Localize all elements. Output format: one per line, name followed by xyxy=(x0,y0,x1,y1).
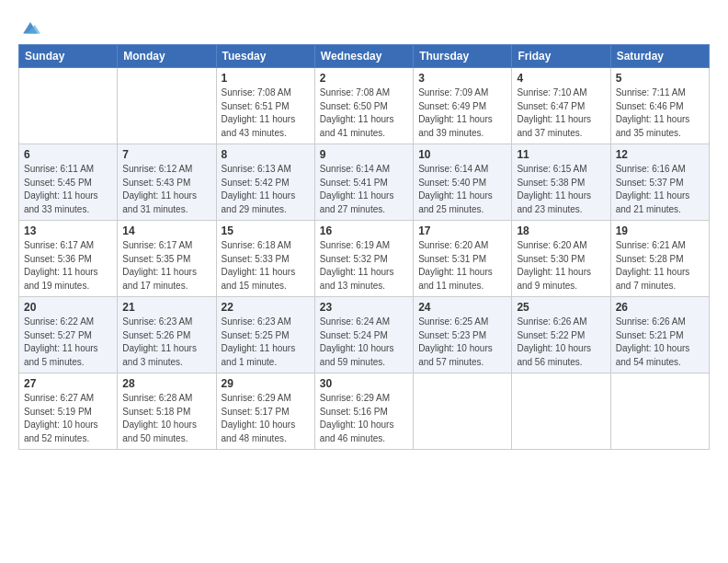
day-info: Sunrise: 7:11 AM Sunset: 6:46 PM Dayligh… xyxy=(616,86,704,140)
day-header-tuesday: Tuesday xyxy=(216,45,314,68)
day-number: 24 xyxy=(418,301,506,314)
day-header-sunday: Sunday xyxy=(19,45,118,68)
day-info: Sunrise: 7:08 AM Sunset: 6:50 PM Dayligh… xyxy=(320,86,408,140)
calendar-cell: 3Sunrise: 7:09 AM Sunset: 6:49 PM Daylig… xyxy=(414,68,512,144)
calendar-cell: 1Sunrise: 7:08 AM Sunset: 6:51 PM Daylig… xyxy=(216,68,314,144)
day-number: 4 xyxy=(517,72,605,85)
week-row-2: 6Sunrise: 6:11 AM Sunset: 5:45 PM Daylig… xyxy=(19,144,710,221)
logo xyxy=(18,18,40,39)
day-info: Sunrise: 6:29 AM Sunset: 5:16 PM Dayligh… xyxy=(320,392,408,445)
day-info: Sunrise: 6:27 AM Sunset: 5:19 PM Dayligh… xyxy=(24,392,112,445)
calendar-cell: 5Sunrise: 7:11 AM Sunset: 6:46 PM Daylig… xyxy=(610,68,709,144)
day-number: 28 xyxy=(122,377,210,390)
day-number: 14 xyxy=(122,224,210,237)
calendar-cell: 26Sunrise: 6:26 AM Sunset: 5:21 PM Dayli… xyxy=(610,297,709,373)
day-number: 16 xyxy=(320,224,408,237)
calendar-cell: 24Sunrise: 6:25 AM Sunset: 5:23 PM Dayli… xyxy=(414,297,512,373)
logo-icon xyxy=(20,18,40,39)
day-info: Sunrise: 6:13 AM Sunset: 5:42 PM Dayligh… xyxy=(222,163,310,216)
day-info: Sunrise: 6:15 AM Sunset: 5:38 PM Dayligh… xyxy=(517,163,605,216)
calendar-cell: 12Sunrise: 6:16 AM Sunset: 5:37 PM Dayli… xyxy=(610,144,709,221)
calendar-cell: 9Sunrise: 6:14 AM Sunset: 5:41 PM Daylig… xyxy=(314,144,413,221)
day-number: 21 xyxy=(122,301,210,314)
calendar-cell xyxy=(512,373,610,450)
day-info: Sunrise: 7:10 AM Sunset: 6:47 PM Dayligh… xyxy=(517,86,605,140)
day-header-saturday: Saturday xyxy=(610,45,709,68)
calendar-cell: 22Sunrise: 6:23 AM Sunset: 5:25 PM Dayli… xyxy=(216,297,314,373)
calendar-cell: 17Sunrise: 6:20 AM Sunset: 5:31 PM Dayli… xyxy=(414,221,512,297)
day-info: Sunrise: 6:23 AM Sunset: 5:26 PM Dayligh… xyxy=(122,316,210,369)
day-number: 15 xyxy=(222,224,310,237)
day-info: Sunrise: 6:14 AM Sunset: 5:41 PM Dayligh… xyxy=(320,163,408,216)
calendar-cell xyxy=(118,68,216,144)
calendar-cell: 6Sunrise: 6:11 AM Sunset: 5:45 PM Daylig… xyxy=(19,144,118,221)
day-number: 3 xyxy=(418,72,506,85)
calendar-cell: 11Sunrise: 6:15 AM Sunset: 5:38 PM Dayli… xyxy=(512,144,610,221)
day-number: 22 xyxy=(222,301,310,314)
header xyxy=(18,17,710,39)
calendar-cell: 4Sunrise: 7:10 AM Sunset: 6:47 PM Daylig… xyxy=(512,68,610,144)
calendar-cell: 20Sunrise: 6:22 AM Sunset: 5:27 PM Dayli… xyxy=(19,297,118,373)
calendar-cell: 7Sunrise: 6:12 AM Sunset: 5:43 PM Daylig… xyxy=(118,144,216,221)
calendar-cell: 29Sunrise: 6:29 AM Sunset: 5:17 PM Dayli… xyxy=(216,373,314,450)
calendar-cell: 8Sunrise: 6:13 AM Sunset: 5:42 PM Daylig… xyxy=(216,144,314,221)
calendar-cell: 25Sunrise: 6:26 AM Sunset: 5:22 PM Dayli… xyxy=(512,297,610,373)
day-number: 18 xyxy=(517,224,605,237)
calendar-cell: 10Sunrise: 6:14 AM Sunset: 5:40 PM Dayli… xyxy=(414,144,512,221)
calendar-cell: 23Sunrise: 6:24 AM Sunset: 5:24 PM Dayli… xyxy=(314,297,413,373)
week-row-3: 13Sunrise: 6:17 AM Sunset: 5:36 PM Dayli… xyxy=(19,221,710,297)
day-number: 8 xyxy=(222,148,310,161)
day-number: 29 xyxy=(222,377,310,390)
day-number: 2 xyxy=(320,72,408,85)
day-number: 17 xyxy=(418,224,506,237)
day-info: Sunrise: 6:26 AM Sunset: 5:22 PM Dayligh… xyxy=(517,316,605,369)
calendar-cell: 30Sunrise: 6:29 AM Sunset: 5:16 PM Dayli… xyxy=(314,373,413,450)
day-info: Sunrise: 6:18 AM Sunset: 5:33 PM Dayligh… xyxy=(222,239,310,293)
day-info: Sunrise: 6:29 AM Sunset: 5:17 PM Dayligh… xyxy=(222,392,310,445)
calendar-cell xyxy=(610,373,709,450)
calendar-cell: 14Sunrise: 6:17 AM Sunset: 5:35 PM Dayli… xyxy=(118,221,216,297)
calendar-cell: 27Sunrise: 6:27 AM Sunset: 5:19 PM Dayli… xyxy=(19,373,118,450)
day-info: Sunrise: 6:22 AM Sunset: 5:27 PM Dayligh… xyxy=(24,316,112,369)
day-number: 30 xyxy=(320,377,408,390)
day-number: 27 xyxy=(24,377,112,390)
day-number: 9 xyxy=(320,148,408,161)
day-number: 5 xyxy=(616,72,704,85)
day-info: Sunrise: 6:17 AM Sunset: 5:36 PM Dayligh… xyxy=(24,239,112,293)
day-number: 26 xyxy=(616,301,704,314)
week-row-1: 1Sunrise: 7:08 AM Sunset: 6:51 PM Daylig… xyxy=(19,68,710,144)
day-number: 10 xyxy=(418,148,506,161)
day-number: 1 xyxy=(222,72,310,85)
day-info: Sunrise: 6:11 AM Sunset: 5:45 PM Dayligh… xyxy=(24,163,112,216)
day-number: 20 xyxy=(24,301,112,314)
day-header-thursday: Thursday xyxy=(414,45,512,68)
day-number: 11 xyxy=(517,148,605,161)
day-header-row: SundayMondayTuesdayWednesdayThursdayFrid… xyxy=(19,45,710,68)
calendar-cell: 19Sunrise: 6:21 AM Sunset: 5:28 PM Dayli… xyxy=(610,221,709,297)
day-number: 13 xyxy=(24,224,112,237)
week-row-5: 27Sunrise: 6:27 AM Sunset: 5:19 PM Dayli… xyxy=(19,373,710,450)
day-number: 23 xyxy=(320,301,408,314)
day-info: Sunrise: 6:21 AM Sunset: 5:28 PM Dayligh… xyxy=(616,239,704,293)
calendar-cell: 2Sunrise: 7:08 AM Sunset: 6:50 PM Daylig… xyxy=(314,68,413,144)
calendar-cell: 15Sunrise: 6:18 AM Sunset: 5:33 PM Dayli… xyxy=(216,221,314,297)
calendar-table: SundayMondayTuesdayWednesdayThursdayFrid… xyxy=(18,44,710,450)
day-info: Sunrise: 6:26 AM Sunset: 5:21 PM Dayligh… xyxy=(616,316,704,369)
calendar-cell xyxy=(414,373,512,450)
day-info: Sunrise: 6:19 AM Sunset: 5:32 PM Dayligh… xyxy=(320,239,408,293)
calendar-cell: 18Sunrise: 6:20 AM Sunset: 5:30 PM Dayli… xyxy=(512,221,610,297)
day-number: 7 xyxy=(122,148,210,161)
calendar-cell: 28Sunrise: 6:28 AM Sunset: 5:18 PM Dayli… xyxy=(118,373,216,450)
day-info: Sunrise: 6:20 AM Sunset: 5:31 PM Dayligh… xyxy=(418,239,506,293)
day-info: Sunrise: 7:08 AM Sunset: 6:51 PM Dayligh… xyxy=(222,86,310,140)
day-info: Sunrise: 7:09 AM Sunset: 6:49 PM Dayligh… xyxy=(418,86,506,140)
day-number: 19 xyxy=(616,224,704,237)
day-header-monday: Monday xyxy=(118,45,216,68)
day-info: Sunrise: 6:16 AM Sunset: 5:37 PM Dayligh… xyxy=(616,163,704,216)
page: SundayMondayTuesdayWednesdayThursdayFrid… xyxy=(0,0,728,563)
day-number: 12 xyxy=(616,148,704,161)
day-info: Sunrise: 6:25 AM Sunset: 5:23 PM Dayligh… xyxy=(418,316,506,369)
day-header-wednesday: Wednesday xyxy=(314,45,413,68)
calendar-cell: 21Sunrise: 6:23 AM Sunset: 5:26 PM Dayli… xyxy=(118,297,216,373)
day-number: 25 xyxy=(517,301,605,314)
